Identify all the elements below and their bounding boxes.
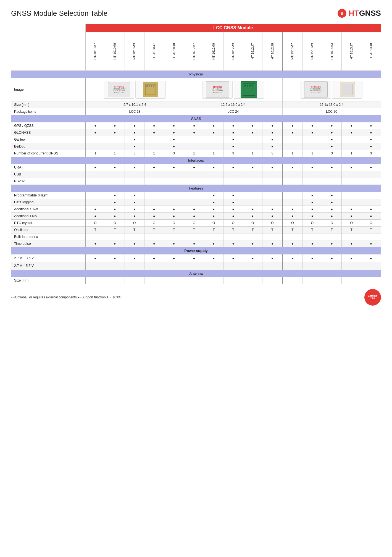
dl-c12: ● — [302, 199, 322, 206]
rtc-c10: O — [262, 220, 282, 227]
size-group3: 15.1x 13.0 x 2.4 — [282, 101, 381, 108]
pwr1-c9: ● — [243, 254, 262, 262]
as-c12 — [302, 277, 322, 284]
gps-c10: ● — [262, 122, 282, 129]
osc-c1: T — [85, 227, 105, 233]
urat-c10: ● — [262, 164, 282, 171]
pwr1-c10: ● — [262, 254, 282, 262]
saw-c1: ● — [85, 206, 105, 213]
package-group1: LCC 18 — [85, 108, 184, 115]
rs232-c6 — [184, 178, 204, 185]
dl-c8: ● — [223, 199, 243, 206]
lna-c13: ● — [322, 213, 342, 220]
row-datalog-label: Data logging — [11, 199, 86, 206]
gal-c1 — [85, 136, 105, 143]
osc-c11: T — [282, 227, 302, 233]
urat-c8: ● — [223, 164, 243, 171]
col-1612u8: HT-1612U8 — [262, 32, 282, 71]
as-c3 — [125, 277, 144, 284]
gal-c2 — [105, 136, 125, 143]
rs232-c14 — [342, 178, 361, 185]
glo-c9: ● — [243, 129, 262, 136]
ba-c8 — [223, 233, 243, 240]
tp-c11: ● — [282, 240, 302, 247]
urat-c7: ● — [204, 164, 223, 171]
as-c7 — [204, 277, 223, 284]
urat-c9: ● — [243, 164, 262, 171]
dl-c13: ● — [322, 199, 342, 206]
gal-c5: ● — [164, 136, 184, 143]
bd-c3: ● — [125, 143, 144, 150]
saw-c11: ● — [282, 206, 302, 213]
con-c15: 3 — [361, 150, 381, 157]
rtc-c7: O — [204, 220, 223, 227]
usb-c12 — [302, 171, 322, 178]
gal-c10: ● — [262, 136, 282, 143]
dl-c7: ● — [204, 199, 223, 206]
pwr2-c7 — [204, 262, 223, 270]
glo-c13: ● — [322, 129, 342, 136]
as-c13 — [322, 277, 342, 284]
rtc-c11: O — [282, 220, 302, 227]
as-c9 — [243, 277, 262, 284]
dl-c3: ● — [125, 199, 144, 206]
osc-c2: T — [105, 227, 125, 233]
usb-c1 — [85, 171, 105, 178]
as-c15 — [361, 277, 381, 284]
dl-c15 — [361, 199, 381, 206]
tp-c15: ● — [361, 240, 381, 247]
row-osc-label: Oscillator — [11, 227, 86, 233]
as-c4 — [144, 277, 164, 284]
rs232-c2 — [105, 178, 125, 185]
saw-c12: ● — [302, 206, 322, 213]
tp-c6: ● — [184, 240, 204, 247]
rtc-c2: O — [105, 220, 125, 227]
gps-c4: ● — [144, 122, 164, 129]
pwr2-c8 — [223, 262, 243, 270]
gal-c14 — [342, 136, 361, 143]
row-power2-label: 2.7 V－5.5 V — [11, 262, 86, 270]
prog-c11 — [282, 192, 302, 199]
lna-c15: ● — [361, 213, 381, 220]
tp-c2: ● — [105, 240, 125, 247]
urat-c15: ● — [361, 164, 381, 171]
col-1612u7: HT-1612U7 — [243, 32, 262, 71]
saw-c9: ● — [243, 206, 262, 213]
ba-c6 — [184, 233, 204, 240]
gps-c13: ● — [322, 122, 342, 129]
glo-c14: ● — [342, 129, 361, 136]
gal-c11 — [282, 136, 302, 143]
row-rtc-label: RTC crystal — [11, 220, 86, 227]
usb-c10 — [262, 171, 282, 178]
dl-c6 — [184, 199, 204, 206]
prog-c3: ● — [125, 192, 144, 199]
bd-c10: ● — [262, 143, 282, 150]
col-1612m7: HT-1612M7 — [184, 32, 204, 71]
row-usb-label: USB — [11, 171, 86, 178]
saw-c2: ● — [105, 206, 125, 213]
col-1513m3: HT-1513M3 — [322, 32, 342, 71]
as-c1 — [85, 277, 105, 284]
lna-c9: ● — [243, 213, 262, 220]
rtc-c3: O — [125, 220, 144, 227]
osc-c14: T — [342, 227, 361, 233]
gps-c12: ● — [302, 122, 322, 129]
dl-c10 — [262, 199, 282, 206]
gps-c2: ● — [105, 122, 125, 129]
con-c4: 1 — [144, 150, 164, 157]
urat-c3: ● — [125, 164, 144, 171]
gal-c7 — [204, 136, 223, 143]
rtc-c4: O — [144, 220, 164, 227]
as-c6 — [184, 277, 204, 284]
prog-c1 — [85, 192, 105, 199]
rs232-c13 — [322, 178, 342, 185]
size-group2: 12.2 x 16.0 x 2.4 — [184, 101, 282, 108]
tp-c8: ● — [223, 240, 243, 247]
package-group2: LCC 24 — [184, 108, 282, 115]
pwr2-c13 — [322, 262, 342, 270]
pwr1-c14: ● — [342, 254, 361, 262]
dl-c2: ● — [105, 199, 125, 206]
row-beidou-label: BeiDou — [11, 143, 86, 150]
con-c6: 1 — [184, 150, 204, 157]
urat-c14: ● — [342, 164, 361, 171]
